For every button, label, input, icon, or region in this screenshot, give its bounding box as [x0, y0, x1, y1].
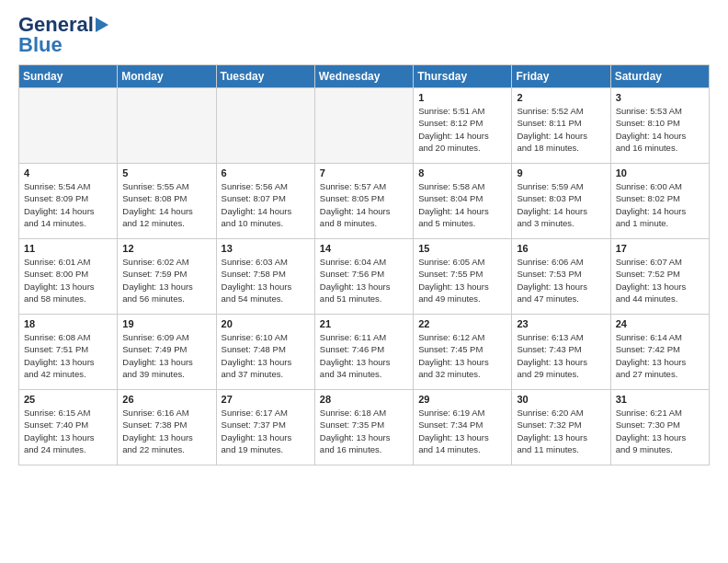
day-info: Sunrise: 5:57 AMSunset: 8:05 PMDaylight:…	[320, 180, 409, 229]
day-number: 13	[222, 243, 311, 254]
day-info: Sunrise: 6:20 AMSunset: 7:32 PMDaylight:…	[517, 407, 606, 455]
day-number: 23	[517, 318, 606, 329]
day-info: Sunrise: 6:16 AMSunset: 7:38 PMDaylight:…	[122, 407, 211, 455]
day-info: Sunrise: 6:13 AMSunset: 7:43 PMDaylight:…	[517, 331, 606, 380]
day-number: 26	[122, 394, 211, 405]
day-number: 16	[517, 243, 606, 254]
calendar-cell: 20Sunrise: 6:10 AMSunset: 7:48 PMDayligh…	[216, 315, 314, 390]
week-row-2: 4Sunrise: 5:54 AMSunset: 8:09 PMDaylight…	[19, 164, 710, 239]
calendar-cell: 11Sunrise: 6:01 AMSunset: 8:00 PMDayligh…	[19, 239, 118, 315]
calendar-cell: 26Sunrise: 6:16 AMSunset: 7:38 PMDayligh…	[118, 390, 216, 465]
week-row-5: 25Sunrise: 6:15 AMSunset: 7:40 PMDayligh…	[19, 390, 710, 465]
day-number: 12	[122, 243, 211, 254]
calendar-cell	[314, 88, 413, 164]
day-number: 15	[418, 243, 507, 254]
calendar-cell: 6Sunrise: 5:56 AMSunset: 8:07 PMDaylight…	[216, 164, 314, 239]
calendar-cell: 24Sunrise: 6:14 AMSunset: 7:42 PMDayligh…	[610, 315, 709, 390]
calendar-cell: 4Sunrise: 5:54 AMSunset: 8:09 PMDaylight…	[19, 164, 118, 239]
calendar-cell: 1Sunrise: 5:51 AMSunset: 8:12 PMDaylight…	[414, 88, 512, 164]
calendar-cell	[216, 88, 314, 164]
calendar-cell: 29Sunrise: 6:19 AMSunset: 7:34 PMDayligh…	[414, 390, 512, 465]
day-info: Sunrise: 6:07 AMSunset: 7:52 PMDaylight:…	[616, 256, 705, 304]
day-number: 31	[616, 394, 705, 405]
day-info: Sunrise: 5:53 AMSunset: 8:10 PMDaylight:…	[616, 105, 705, 154]
day-number: 2	[517, 92, 606, 103]
calendar-cell	[19, 88, 118, 164]
day-info: Sunrise: 5:52 AMSunset: 8:11 PMDaylight:…	[517, 105, 606, 154]
calendar-cell: 14Sunrise: 6:04 AMSunset: 7:56 PMDayligh…	[314, 239, 413, 315]
calendar-cell: 3Sunrise: 5:53 AMSunset: 8:10 PMDaylight…	[610, 88, 709, 164]
header-friday: Friday	[512, 65, 610, 88]
logo-text: General	[18, 15, 94, 35]
header-tuesday: Tuesday	[216, 65, 314, 88]
logo: General Blue	[18, 15, 108, 55]
day-info: Sunrise: 5:54 AMSunset: 8:09 PMDaylight:…	[24, 180, 113, 229]
header-monday: Monday	[118, 65, 216, 88]
day-number: 22	[418, 318, 507, 329]
day-info: Sunrise: 6:09 AMSunset: 7:49 PMDaylight:…	[122, 331, 211, 380]
calendar-cell: 22Sunrise: 6:12 AMSunset: 7:45 PMDayligh…	[414, 315, 512, 390]
calendar-cell: 25Sunrise: 6:15 AMSunset: 7:40 PMDayligh…	[19, 390, 118, 465]
day-number: 4	[24, 167, 113, 178]
calendar-cell: 21Sunrise: 6:11 AMSunset: 7:46 PMDayligh…	[314, 315, 413, 390]
day-number: 11	[24, 243, 113, 254]
day-info: Sunrise: 6:14 AMSunset: 7:42 PMDaylight:…	[616, 331, 705, 380]
day-info: Sunrise: 6:21 AMSunset: 7:30 PMDaylight:…	[616, 407, 705, 455]
day-number: 17	[616, 243, 705, 254]
page-container: General Blue SundayMondayTuesdayWednesda…	[0, 0, 728, 475]
week-row-4: 18Sunrise: 6:08 AMSunset: 7:51 PMDayligh…	[19, 315, 710, 390]
day-info: Sunrise: 6:12 AMSunset: 7:45 PMDaylight:…	[418, 331, 507, 380]
calendar-cell: 9Sunrise: 5:59 AMSunset: 8:03 PMDaylight…	[512, 164, 610, 239]
day-info: Sunrise: 6:18 AMSunset: 7:35 PMDaylight:…	[320, 407, 409, 455]
header: General Blue	[18, 15, 710, 55]
day-number: 24	[616, 318, 705, 329]
header-sunday: Sunday	[19, 65, 118, 88]
calendar-cell: 8Sunrise: 5:58 AMSunset: 8:04 PMDaylight…	[414, 164, 512, 239]
day-info: Sunrise: 6:19 AMSunset: 7:34 PMDaylight:…	[418, 407, 507, 455]
day-number: 29	[418, 394, 507, 405]
day-info: Sunrise: 6:11 AMSunset: 7:46 PMDaylight:…	[320, 331, 409, 380]
day-number: 3	[616, 92, 705, 103]
day-number: 9	[517, 167, 606, 178]
header-saturday: Saturday	[610, 65, 709, 88]
day-info: Sunrise: 6:06 AMSunset: 7:53 PMDaylight:…	[517, 256, 606, 304]
day-info: Sunrise: 5:51 AMSunset: 8:12 PMDaylight:…	[418, 105, 507, 154]
day-info: Sunrise: 6:02 AMSunset: 7:59 PMDaylight:…	[122, 256, 211, 304]
day-info: Sunrise: 6:03 AMSunset: 7:58 PMDaylight:…	[222, 256, 311, 304]
day-number: 21	[320, 318, 409, 329]
logo-blue: Blue	[18, 35, 63, 55]
week-row-3: 11Sunrise: 6:01 AMSunset: 8:00 PMDayligh…	[19, 239, 710, 315]
day-info: Sunrise: 6:00 AMSunset: 8:02 PMDaylight:…	[616, 180, 705, 229]
calendar-cell: 27Sunrise: 6:17 AMSunset: 7:37 PMDayligh…	[216, 390, 314, 465]
calendar-cell: 10Sunrise: 6:00 AMSunset: 8:02 PMDayligh…	[610, 164, 709, 239]
day-info: Sunrise: 6:17 AMSunset: 7:37 PMDaylight:…	[222, 407, 311, 455]
day-number: 20	[222, 318, 311, 329]
calendar-cell: 19Sunrise: 6:09 AMSunset: 7:49 PMDayligh…	[118, 315, 216, 390]
day-number: 30	[517, 394, 606, 405]
day-number: 1	[418, 92, 507, 103]
calendar-cell: 5Sunrise: 5:55 AMSunset: 8:08 PMDaylight…	[118, 164, 216, 239]
day-number: 18	[24, 318, 113, 329]
calendar-cell	[118, 88, 216, 164]
calendar-cell: 18Sunrise: 6:08 AMSunset: 7:51 PMDayligh…	[19, 315, 118, 390]
day-number: 25	[24, 394, 113, 405]
logo-arrow-icon	[96, 17, 108, 32]
calendar-cell: 16Sunrise: 6:06 AMSunset: 7:53 PMDayligh…	[512, 239, 610, 315]
calendar-cell: 17Sunrise: 6:07 AMSunset: 7:52 PMDayligh…	[610, 239, 709, 315]
day-info: Sunrise: 5:58 AMSunset: 8:04 PMDaylight:…	[418, 180, 507, 229]
calendar-cell: 28Sunrise: 6:18 AMSunset: 7:35 PMDayligh…	[314, 390, 413, 465]
day-number: 8	[418, 167, 507, 178]
calendar-cell: 30Sunrise: 6:20 AMSunset: 7:32 PMDayligh…	[512, 390, 610, 465]
calendar-cell: 2Sunrise: 5:52 AMSunset: 8:11 PMDaylight…	[512, 88, 610, 164]
header-thursday: Thursday	[414, 65, 512, 88]
day-number: 7	[320, 167, 409, 178]
day-info: Sunrise: 6:04 AMSunset: 7:56 PMDaylight:…	[320, 256, 409, 304]
header-wednesday: Wednesday	[314, 65, 413, 88]
day-number: 5	[122, 167, 211, 178]
day-info: Sunrise: 5:59 AMSunset: 8:03 PMDaylight:…	[517, 180, 606, 229]
day-number: 27	[222, 394, 311, 405]
calendar-cell: 12Sunrise: 6:02 AMSunset: 7:59 PMDayligh…	[118, 239, 216, 315]
day-number: 28	[320, 394, 409, 405]
calendar-cell: 31Sunrise: 6:21 AMSunset: 7:30 PMDayligh…	[610, 390, 709, 465]
calendar-table: SundayMondayTuesdayWednesdayThursdayFrid…	[18, 64, 710, 465]
